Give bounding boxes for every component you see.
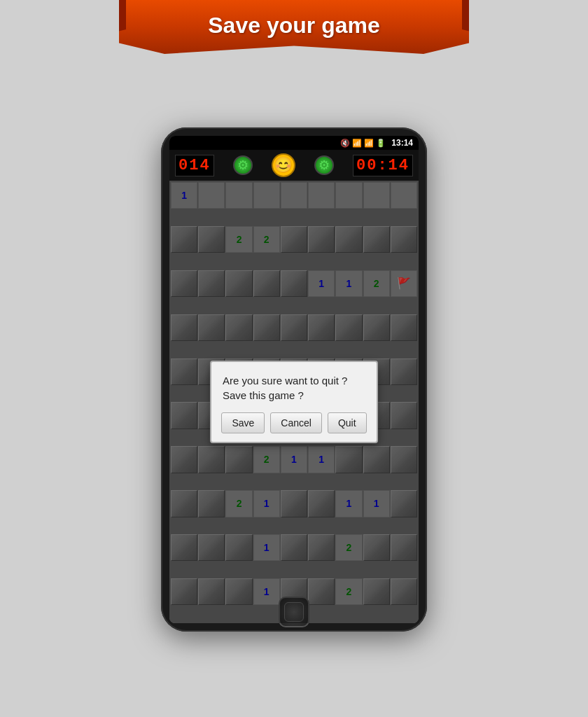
dialog-message: Are you sure want to quit ? Save this ga… [223,373,365,403]
dialog-buttons: Save Cancel Quit [223,412,365,433]
game-grid: 1 2 2 [169,181,419,623]
scene: Save your game 🔇 📶 📶 🔋 13:14 014 ⚙ 😊 ⚙ [0,0,588,717]
status-icons: 🔇 📶 📶 🔋 [340,139,386,148]
banner-ribbon: Save your game [119,0,469,54]
dialog-overlay: Are you sure want to quit ? Save this ga… [169,181,419,623]
battery-icon: 🔋 [376,139,386,148]
cancel-button[interactable]: Cancel [270,412,322,433]
dialog-line1: Are you sure want to quit ? [223,375,347,387]
banner-title: Save your game [208,13,379,38]
wifi-icon: 📶 [352,139,362,148]
signal-icon: 📶 [364,139,374,148]
status-time: 13:14 [391,138,413,148]
phone-screen: 🔇 📶 📶 🔋 13:14 014 ⚙ 😊 ⚙ 00:14 1 [169,136,419,623]
game-toolbar: 014 ⚙ 😊 ⚙ 00:14 [169,150,419,181]
banner: Save your game [119,0,469,54]
mute-icon: 🔇 [340,139,350,148]
quit-button[interactable]: Quit [328,412,367,433]
mine-counter: 014 [175,155,214,176]
dialog: Are you sure want to quit ? Save this ga… [210,361,378,443]
smiley-button[interactable]: 😊 [272,153,295,177]
status-bar: 🔇 📶 📶 🔋 13:14 [169,136,419,150]
phone: 🔇 📶 📶 🔋 13:14 014 ⚙ 😊 ⚙ 00:14 1 [161,127,427,632]
gear-right-icon[interactable]: ⚙ [314,155,334,175]
timer-counter: 00:14 [353,155,413,176]
gear-left-icon[interactable]: ⚙ [233,155,253,175]
dialog-line2: Save this game ? [223,389,304,401]
save-button[interactable]: Save [221,412,265,433]
